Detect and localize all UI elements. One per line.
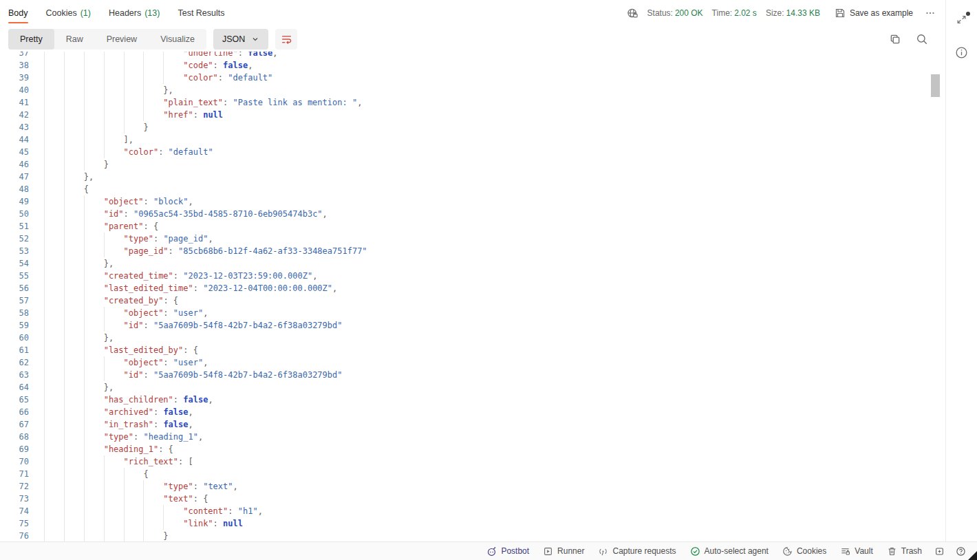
line-number: 42 [0, 109, 29, 121]
indent-guide [64, 282, 84, 294]
line-number: 75 [0, 517, 29, 530]
view-raw-button[interactable]: Raw [54, 29, 95, 50]
postbot-icon [486, 546, 497, 557]
more-options-icon[interactable] [925, 8, 936, 19]
line-number: 74 [0, 505, 29, 517]
indent-guide [84, 158, 104, 171]
code-line: 53"page_id": "85cb68b6-b12f-4a62-af33-33… [0, 245, 945, 257]
response-body-editor[interactable]: 37"underline": false,38"code": false,39"… [0, 52, 945, 541]
time-value: 2.02 s [734, 8, 757, 18]
view-visualize-button[interactable]: Visualize [149, 29, 206, 50]
view-preview-button[interactable]: Preview [95, 29, 149, 50]
indent-guide [104, 121, 124, 133]
code-line: 66"archived": false, [0, 406, 945, 418]
wrap-lines-button[interactable] [275, 29, 297, 50]
cookies-button[interactable]: Cookies [775, 546, 833, 557]
panel-layout-icon[interactable] [929, 546, 950, 557]
indent-guide [84, 418, 104, 431]
line-number: 57 [0, 294, 29, 307]
tab-cookies-count: (1) [80, 8, 91, 18]
check-circle-icon [690, 546, 700, 557]
capture-requests-button[interactable]: Capture requests [591, 546, 683, 557]
indent-guide [64, 356, 84, 369]
indent-guide [64, 381, 84, 394]
indent-guide [143, 480, 163, 493]
view-pretty-button[interactable]: Pretty [8, 29, 54, 50]
trash-button[interactable]: Trash [880, 546, 929, 557]
indent-guide [143, 109, 163, 121]
indent-guide [124, 468, 144, 480]
indent-guide [44, 493, 64, 505]
info-icon[interactable] [955, 46, 968, 59]
line-number: 44 [0, 133, 29, 146]
code-line: 63"id": "5aa7609b-54f8-42b7-b4a2-6f38a03… [0, 369, 945, 381]
indent-guide [44, 220, 64, 233]
copy-icon[interactable] [889, 33, 901, 45]
postbot-button[interactable]: Postbot [480, 546, 536, 557]
code-line: 48{ [0, 183, 945, 195]
network-globe-lock-icon[interactable] [627, 8, 638, 19]
vertical-scrollbar[interactable] [931, 74, 940, 97]
line-number: 53 [0, 245, 29, 257]
response-tabs-bar: Body Cookies (1) Headers (13) Test Resul… [0, 0, 945, 26]
indent-guide [64, 443, 84, 455]
indent-guide [44, 381, 64, 394]
line-number: 49 [0, 195, 29, 208]
indent-guide [64, 394, 84, 406]
code-line: 58"object": "user", [0, 307, 945, 319]
indent-guide [44, 133, 64, 146]
indent-guide [143, 96, 163, 109]
search-icon[interactable] [916, 33, 928, 45]
indent-guide [84, 381, 104, 394]
indent-guide [104, 233, 124, 245]
indent-guide [44, 146, 64, 158]
indent-guide [84, 344, 104, 356]
code-line: 57"created_by": { [0, 294, 945, 307]
time-meta: Time:2.02 s [712, 8, 757, 18]
code-line: 37"underline": false, [0, 52, 945, 59]
indent-guide [104, 530, 124, 541]
line-number: 46 [0, 158, 29, 171]
indent-guide [84, 307, 104, 319]
line-number: 64 [0, 381, 29, 394]
indent-guide [44, 158, 64, 171]
tab-headers[interactable]: Headers (13) [109, 0, 160, 26]
code-line: 62"object": "user", [0, 356, 945, 369]
indent-guide [44, 195, 64, 208]
indent-guide [64, 121, 84, 133]
code-line: 64}, [0, 381, 945, 394]
vault-button[interactable]: Vault [833, 546, 879, 557]
auto-select-agent-button[interactable]: Auto-select agent [683, 546, 775, 557]
help-icon[interactable] [950, 546, 971, 557]
line-number: 52 [0, 233, 29, 245]
status-meta: Status:200 OK [647, 8, 703, 18]
indent-guide [84, 319, 104, 332]
line-number: 70 [0, 455, 29, 468]
code-line: 42"href": null [0, 109, 945, 121]
runner-button[interactable]: Runner [536, 546, 591, 557]
indent-guide [84, 468, 104, 480]
indent-guide [84, 270, 104, 282]
code-line: 54}, [0, 257, 945, 270]
line-number: 60 [0, 332, 29, 344]
code-line: 51"parent": { [0, 220, 945, 233]
indent-guide [44, 52, 64, 59]
code-line: 70"rich_text": [ [0, 455, 945, 468]
indent-guide [104, 52, 124, 59]
tab-test-results[interactable]: Test Results [178, 0, 224, 26]
code-line: 50"id": "0965ac54-35bd-4585-8710-6eb9054… [0, 208, 945, 220]
code-line: 55"created_time": "2023-12-03T23:59:00.0… [0, 270, 945, 282]
indent-guide [44, 294, 64, 307]
indent-guide [84, 96, 104, 109]
body-toolbar-actions [889, 33, 937, 45]
save-as-example-button[interactable]: Save as example [835, 8, 913, 19]
indent-guide [44, 307, 64, 319]
language-dropdown[interactable]: JSON [213, 29, 268, 50]
indent-guide [64, 208, 84, 220]
indent-guide [64, 257, 84, 270]
code-line: 74"content": "h1", [0, 505, 945, 517]
tab-cookies[interactable]: Cookies (1) [46, 0, 91, 26]
tab-body[interactable]: Body [8, 0, 28, 26]
expand-panel-icon[interactable] [956, 14, 967, 25]
indent-guide [64, 455, 84, 468]
